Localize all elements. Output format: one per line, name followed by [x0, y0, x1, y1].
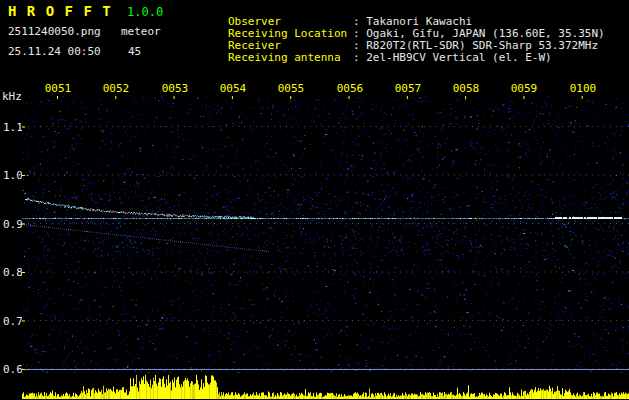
time-tick: 0054: [218, 82, 248, 95]
time-tick: 0058: [451, 82, 481, 95]
time-tick: 0057: [393, 82, 423, 95]
time-tick: 0052: [101, 82, 131, 95]
app-title: H R O F F T: [8, 3, 112, 19]
time-tick: 0100: [568, 82, 598, 95]
hrofft-screen: H R O F F T 1.0.0 2511240050.png meteor …: [0, 0, 629, 400]
time-tick: 0051: [43, 82, 73, 95]
freq-tick: 0.9: [3, 218, 23, 231]
freq-tick: 0.8: [3, 266, 23, 279]
app-version: 1.0.0: [127, 5, 163, 19]
freq-tick: 1.0: [3, 169, 23, 182]
time-tick: 0059: [509, 82, 539, 95]
spectrogram-canvas: [22, 96, 629, 373]
signal-level-canvas: [22, 374, 629, 399]
datetime-label: 25.11.24 00:50: [8, 45, 101, 58]
info-label: Receiving antenna: [228, 52, 353, 64]
echo-count: 45: [128, 45, 141, 58]
freq-tick: 0.6: [3, 363, 23, 376]
frequency-unit-label: kHz: [2, 90, 22, 103]
time-tick: 0055: [276, 82, 306, 95]
mode-label: meteor: [121, 25, 161, 38]
info-row-observer: Observer: Takanori Kawachi: [175, 4, 605, 16]
time-tick: 0056: [335, 82, 365, 95]
freq-tick: 0.7: [3, 315, 23, 328]
station-info: Observer: Takanori Kawachi Receiving Loc…: [175, 4, 605, 52]
output-filename: 2511240050.png: [8, 25, 101, 38]
header: H R O F F T 1.0.0 2511240050.png meteor …: [0, 0, 629, 80]
info-value: : 2el-HB9CV Vertical (el. E-W): [353, 51, 552, 64]
freq-tick: 1.1: [3, 121, 23, 134]
time-tick: 0053: [160, 82, 190, 95]
